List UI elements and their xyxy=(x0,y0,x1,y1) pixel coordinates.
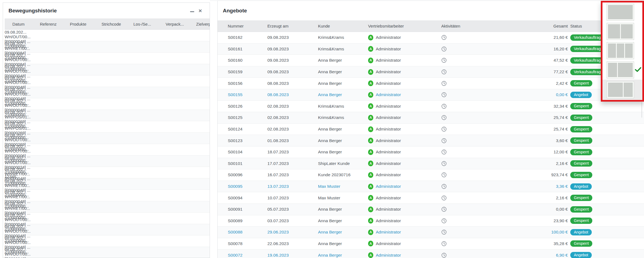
table-row[interactable]: 09.08.202...WH/OUT/00...[P0000084] ...21… xyxy=(5,53,210,64)
activity-clock-icon[interactable] xyxy=(441,58,447,63)
layout-large-left-small-right[interactable] xyxy=(607,81,634,98)
activity-clock-icon[interactable] xyxy=(441,35,447,40)
activity-clock-icon[interactable] xyxy=(441,149,447,155)
cell-activity xyxy=(441,218,493,224)
table-row[interactable]: S0016109.08.2023Krims&KramsAAdministrato… xyxy=(218,44,644,55)
table-row[interactable]: 09.08.202...WH/OUT/00...[P0000048] ...21… xyxy=(5,30,210,41)
activity-clock-icon[interactable] xyxy=(441,104,447,109)
layout-three-equal-columns[interactable] xyxy=(607,42,634,59)
activity-clock-icon[interactable] xyxy=(441,252,447,258)
activity-clock-icon[interactable] xyxy=(441,126,447,132)
table-row[interactable]: S0016209.08.2023Krims&KramsAAdministrato… xyxy=(218,32,644,44)
table-row[interactable]: S0007219.06.2023Anna BergerAAdministrato… xyxy=(218,249,644,258)
table-row[interactable]: S0010418.07.2023Anna BergerAAdministrato… xyxy=(218,146,644,158)
activity-clock-icon[interactable] xyxy=(441,138,447,143)
table-row[interactable]: S0009616.07.2023Kunde 20230716AAdministr… xyxy=(218,169,644,181)
table-row[interactable]: S0012602.08.2023Krims&KramsAAdministrato… xyxy=(218,101,644,112)
layout-option-row xyxy=(602,80,642,100)
table-row[interactable]: 08.08.202...WH/RET/00...[P0000048] ...21… xyxy=(5,178,210,190)
table-row[interactable]: 08.08.202...WH/OUT/00...[P0000048] ...21… xyxy=(5,247,210,258)
table-row[interactable]: S0009410.07.2023Max MusterAAdministrator… xyxy=(218,192,644,204)
column-header-4[interactable]: Aktivitäten xyxy=(441,24,493,28)
layout-two-equal-columns[interactable] xyxy=(607,23,634,40)
cell-status: Gesperrt xyxy=(568,206,644,213)
table-row[interactable]: S0007822.06.2023Anna BergerAAdministrato… xyxy=(218,238,644,250)
layout-block xyxy=(624,83,633,97)
cell-number: S00155 xyxy=(228,92,267,97)
table-row[interactable]: S0008829.06.2023Anna BergerAAdministrato… xyxy=(218,227,644,238)
activity-clock-icon[interactable] xyxy=(441,241,447,246)
activity-clock-icon[interactable] xyxy=(441,115,447,120)
activity-clock-icon[interactable] xyxy=(441,46,447,52)
table-row[interactable]: 09.08.202...WH/OUT/00...[P0000048] ...21… xyxy=(5,87,210,99)
table-row[interactable]: 09.08.202...WH/RET/00...[P0000084] ...21… xyxy=(5,41,210,53)
column-header-1[interactable]: Referenz xyxy=(40,22,70,26)
table-row[interactable]: 09.08.202...WH/POS/01...[P0000269] ...21… xyxy=(5,121,210,133)
column-header-0[interactable]: Nummer xyxy=(228,24,267,28)
activity-clock-icon[interactable] xyxy=(441,218,447,224)
column-header-1[interactable]: Erzeugt am xyxy=(267,24,318,28)
table-row[interactable]: S0015508.08.2023Anna BergerAAdministrato… xyxy=(218,89,644,101)
cell-total: 35,28 € xyxy=(493,241,568,246)
cell-salesperson: AAdministrator xyxy=(368,241,441,246)
cell-datum: 09.08.202... xyxy=(5,121,210,126)
layout-small-left-large-right[interactable] xyxy=(607,61,634,78)
table-row[interactable]: S0015608.08.2023Anna BergerAAdministrato… xyxy=(218,78,644,89)
activity-clock-icon[interactable] xyxy=(441,229,447,235)
table-row[interactable]: 08.08.202...WH/RET/00...[P0000048] ...21… xyxy=(5,201,210,213)
activity-clock-icon[interactable] xyxy=(441,195,447,201)
cell-total: 100,00 € xyxy=(493,230,568,235)
layout-option-row xyxy=(602,41,642,60)
column-header-5[interactable]: Verpack... xyxy=(166,22,196,26)
table-row[interactable]: S0016009.08.2023Anna BergerAAdministrato… xyxy=(218,55,644,66)
avatar: A xyxy=(368,161,373,166)
cell-referenz: WH/OUT/00... xyxy=(5,252,210,256)
table-row[interactable]: 08.08.202...WH/OUT/00...[P0000269] ...21… xyxy=(5,133,210,144)
layout-single-column[interactable] xyxy=(607,4,634,21)
minimize-icon[interactable] xyxy=(190,11,194,12)
table-row[interactable]: 08.08.202...WH/OUT/00...[P0000048] ...21… xyxy=(5,235,210,247)
table-row[interactable]: 09.08.202...WH/POS/01...[P0000269] ...21… xyxy=(5,110,210,121)
cell-created-date: 13.07.2023 xyxy=(267,184,318,189)
cell-created-date: 02.08.2023 xyxy=(267,127,318,132)
table-row[interactable]: S0009105.07.2023Anna BergerAAdministrato… xyxy=(218,204,644,215)
activity-clock-icon[interactable] xyxy=(441,172,447,178)
table-row[interactable]: S0015909.08.2023Anna BergerAAdministrato… xyxy=(218,66,644,78)
table-row[interactable]: S0012301.08.2023Anna BergerAAdministrato… xyxy=(218,135,644,146)
table-row[interactable]: S0009513.07.2023Max MusterAAdministrator… xyxy=(218,181,644,192)
column-header-2[interactable]: Kunde xyxy=(318,24,368,28)
table-row[interactable]: 09.08.202...WH/OUT/00...[P0000048] ...21… xyxy=(5,75,210,87)
table-row[interactable]: 08.08.202...WH/OUT/00...[P0000048] ...21… xyxy=(5,213,210,224)
table-row[interactable]: S0010117.07.2023ShipLater KundeAAdminist… xyxy=(218,158,644,170)
activity-clock-icon[interactable] xyxy=(441,161,447,166)
table-row[interactable]: 08.08.202...WH/OUT/00...[P0000024] ...21… xyxy=(5,156,210,167)
table-row[interactable]: 09.08.202...WH/OUT/00...[P0000048] ...21… xyxy=(5,64,210,76)
column-header-2[interactable]: Produkte xyxy=(70,22,102,26)
column-header-5[interactable]: Gesamt xyxy=(493,24,568,28)
column-header-6[interactable]: Zielverp. xyxy=(196,22,210,26)
table-row[interactable]: S0012402.08.2023Anna BergerAAdministrato… xyxy=(218,124,644,135)
layout-block xyxy=(625,44,633,58)
status-badge: Gesperrt xyxy=(570,149,592,155)
column-header-3[interactable]: Strichcode xyxy=(102,22,133,26)
table-row[interactable]: 08.08.202...WH/RET/00...[P0000048] ...21… xyxy=(5,190,210,201)
activity-clock-icon[interactable] xyxy=(441,207,447,212)
table-row[interactable]: 09.08.202...WH/OUT/00...[P0000048] ...21… xyxy=(5,98,210,110)
column-header-4[interactable]: Los-/Se... xyxy=(133,22,166,26)
table-row[interactable]: S0012502.08.2023Krims&KramsAAdministrato… xyxy=(218,112,644,124)
table-row[interactable]: 08.08.202...WH/OUT/00...[P0000048] ...21… xyxy=(5,224,210,236)
column-header-0[interactable]: Datum xyxy=(12,22,40,26)
cell-referenz: WH/RET/00... xyxy=(5,46,210,51)
column-header-3[interactable]: Vertriebsmitarbeiter xyxy=(368,24,441,28)
table-row[interactable]: S0008903.07.2023Anna BergerAAdministrato… xyxy=(218,215,644,227)
table-row[interactable]: 08.08.202...WH/RET/00...[P0000048] ...21… xyxy=(5,167,210,178)
activity-clock-icon[interactable] xyxy=(441,92,447,97)
cell-referenz: WH/OUT/00... xyxy=(5,240,210,245)
cell-customer: Anna Berger xyxy=(318,150,368,154)
activity-clock-icon[interactable] xyxy=(441,69,447,75)
activity-clock-icon[interactable] xyxy=(441,184,447,189)
close-icon[interactable]: × xyxy=(199,8,202,13)
table-row[interactable]: 08.08.202...WH/OUT/00...[P0000006] ...21… xyxy=(5,144,210,156)
activity-clock-icon[interactable] xyxy=(441,81,447,86)
scrollbar-track-segment[interactable] xyxy=(642,102,642,118)
